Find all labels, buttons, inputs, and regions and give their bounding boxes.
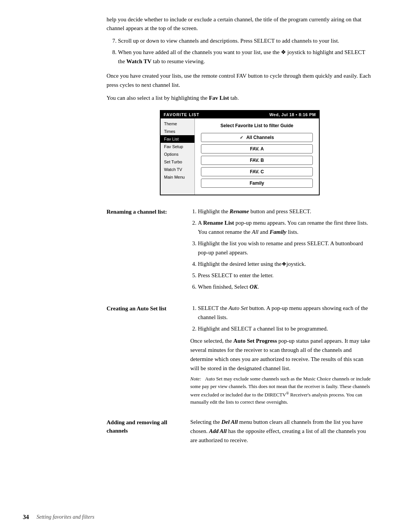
renaming-step-5: Press SELECT to enter the letter. xyxy=(198,271,373,280)
joystick-icon-step4: ❖ xyxy=(282,260,287,268)
tv-header-title: Favorite List xyxy=(164,112,199,117)
renaming-content: Highlight the Rename button and press SE… xyxy=(190,207,373,294)
tv-channel-item[interactable]: FAV. A xyxy=(201,144,313,153)
autoset-steps: SELECT the Auto Set button. A pop-up men… xyxy=(198,304,373,333)
footer-text: Setting favorites and filters xyxy=(37,514,94,520)
tv-header-time: Wed, Jul 18 • 8:16 PM xyxy=(269,112,316,117)
adding-content: Selecting the Del All menu button clears… xyxy=(190,417,373,447)
adding-label-line1: Adding and removing all xyxy=(107,419,167,425)
note-body: Auto Set may exclude some channels such … xyxy=(190,376,371,405)
intro-list: Scroll up or down to view channels and d… xyxy=(118,36,373,66)
adding-text: Selecting the Del All menu button clears… xyxy=(190,417,373,445)
adding-section: Adding and removing all channels Selecti… xyxy=(107,417,373,447)
tv-channel-item[interactable]: ✓ All Channels xyxy=(201,133,313,142)
joystick-icon: ❖ xyxy=(281,49,287,55)
renaming-step-3: Highlight the list you wish to rename an… xyxy=(198,239,373,257)
tv-right-panel: Select Favorite List to filter Guide ✓ A… xyxy=(195,118,319,195)
tv-menu-item[interactable]: Fav List xyxy=(161,135,194,143)
watch-tv-label: Watch TV xyxy=(126,58,151,64)
renaming-step-4: Highlight the desired letter using the❖j… xyxy=(198,259,373,268)
tv-channel-item[interactable]: FAV. C xyxy=(201,167,313,176)
autoset-note: Note: Auto Set may exclude some channels… xyxy=(190,375,373,406)
page: help you decide whether to include or ex… xyxy=(0,0,411,532)
renaming-label: Renaming a channel list: xyxy=(107,207,190,216)
tv-body: ThemeTimesFav ListFav SetupOptionsSet Tu… xyxy=(161,118,319,195)
adding-label: Adding and removing all channels xyxy=(107,417,190,435)
tv-left-menu: ThemeTimesFav ListFav SetupOptionsSet Tu… xyxy=(161,118,195,195)
tv-header: Favorite List Wed, Jul 18 • 8:16 PM xyxy=(161,111,319,118)
renaming-step-6: When finished, Select OK. xyxy=(198,282,373,291)
note-label: Note: xyxy=(190,376,205,382)
intro-para1: help you decide whether to include or ex… xyxy=(107,15,373,32)
tv-menu-item[interactable]: Main Menu xyxy=(161,173,194,181)
tv-screenshot: Favorite List Wed, Jul 18 • 8:16 PM Them… xyxy=(160,110,320,195)
list-item-7: Scroll up or down to view channels and d… xyxy=(118,36,373,45)
tv-channel-item[interactable]: FAV. B xyxy=(201,156,313,165)
checkmark-icon: ✓ xyxy=(240,135,243,140)
autoset-step-2: Highlight and SELECT a channel list to b… xyxy=(198,324,373,333)
tv-channel-item[interactable]: Family xyxy=(201,179,313,188)
tv-menu-item[interactable]: Options xyxy=(161,150,194,158)
tv-panel-title: Select Favorite List to filter Guide xyxy=(201,123,313,128)
renaming-step-2: A Rename List pop-up menu appears. You c… xyxy=(198,218,373,236)
list-item-8: When you have added all of the channels … xyxy=(118,48,373,66)
autoset-section: Creating an Auto Set list SELECT the Aut… xyxy=(107,304,373,408)
intro-para3: You can also select a list by highlighti… xyxy=(107,93,373,102)
fav-list-bold: Fav List xyxy=(209,95,229,101)
page-footer: 34 Setting favorites and filters xyxy=(23,514,388,521)
page-number: 34 xyxy=(23,514,29,521)
intro-para2: Once you have created your lists, use th… xyxy=(107,71,373,89)
tv-menu-item[interactable]: Times xyxy=(161,128,194,135)
autoset-label: Creating an Auto Set list xyxy=(107,304,190,313)
autoset-step-1: SELECT the Auto Set button. A pop-up men… xyxy=(198,304,373,322)
tv-menu-item[interactable]: Fav Setup xyxy=(161,143,194,150)
intro-section: help you decide whether to include or ex… xyxy=(107,15,373,447)
adding-label-line2: channels xyxy=(107,428,128,434)
renaming-steps: Highlight the Rename button and press SE… xyxy=(198,207,373,291)
autoset-para: Once selected, the Auto Set Progress pop… xyxy=(190,336,373,373)
renaming-section: Renaming a channel list: Highlight the R… xyxy=(107,207,373,294)
tv-menu-item[interactable]: Theme xyxy=(161,120,194,128)
tv-menu-item[interactable]: Set Turbo xyxy=(161,158,194,166)
renaming-step-1: Highlight the Rename button and press SE… xyxy=(198,207,373,216)
autoset-content: SELECT the Auto Set button. A pop-up men… xyxy=(190,304,373,408)
tv-menu-item[interactable]: Watch TV xyxy=(161,166,194,173)
